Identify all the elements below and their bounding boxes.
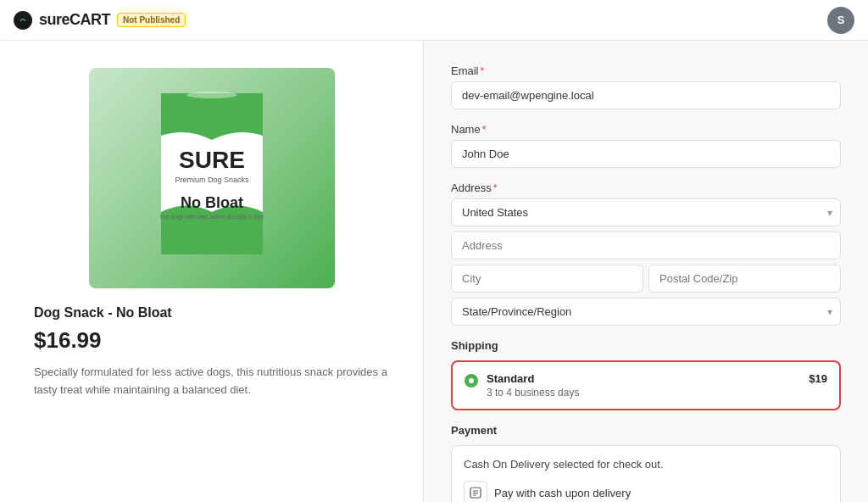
product-description: Specially formulated for less active dog… — [34, 364, 389, 399]
name-group: Name * — [451, 123, 841, 168]
payment-title: Payment — [451, 424, 841, 437]
svg-point-6 — [186, 92, 237, 98]
address-group: Address * United States Canada United Ki… — [451, 181, 841, 326]
city-input[interactable] — [451, 265, 643, 293]
country-select[interactable]: United States Canada United Kingdom — [451, 198, 841, 226]
svg-text:SURE: SURE — [179, 147, 245, 173]
address-label: Address * — [451, 181, 841, 194]
svg-text:Premium Dog Snacks: Premium Dog Snacks — [175, 176, 249, 184]
user-avatar[interactable]: S — [827, 7, 854, 34]
shipping-radio-inner — [469, 378, 474, 383]
shipping-title: Shipping — [451, 339, 841, 352]
city-postal-row — [451, 265, 841, 293]
product-bag-svg: SURE Premium Dog Snacks No Bloat For dog… — [144, 76, 280, 280]
address-required: * — [493, 182, 498, 194]
shipping-name: Standard — [487, 372, 800, 385]
payment-method: Pay with cash upon delivery — [464, 481, 828, 502]
logo-area: sureCART Not Published — [14, 11, 186, 30]
main-content: SURE Premium Dog Snacks No Bloat For dog… — [0, 41, 868, 502]
email-required: * — [481, 65, 485, 77]
shipping-days: 3 to 4 business days — [487, 387, 800, 399]
name-input[interactable] — [451, 140, 841, 168]
shipping-group: Shipping Standard 3 to 4 business days $… — [451, 339, 841, 410]
svg-text:For dogs with less active life: For dogs with less active lifestyle & di… — [160, 214, 264, 220]
payment-method-label: Pay with cash upon delivery — [494, 487, 631, 499]
shipping-option-standard[interactable]: Standard 3 to 4 business days $19 — [451, 360, 841, 410]
payment-box: Cash On Delivery selected for check out. — [451, 445, 841, 502]
address-fields: United States Canada United Kingdom ▾ — [451, 198, 841, 326]
email-group: Email * — [451, 64, 841, 109]
left-panel: SURE Premium Dog Snacks No Bloat For dog… — [0, 41, 424, 502]
state-select-wrapper: State/Province/Region Alabama Alaska Ari… — [451, 298, 841, 326]
svg-text:No Bloat: No Bloat — [181, 194, 243, 211]
email-input[interactable] — [451, 81, 841, 109]
svg-point-0 — [18, 15, 28, 25]
address-line-input[interactable] — [451, 231, 841, 259]
surecart-logo-icon — [14, 11, 32, 30]
product-name: Dog Snack - No Bloat — [34, 305, 389, 321]
postal-input[interactable] — [648, 265, 841, 293]
state-select[interactable]: State/Province/Region Alabama Alaska Ari… — [451, 298, 841, 326]
payment-group: Payment Cash On Delivery selected for ch… — [451, 424, 841, 502]
name-label: Name * — [451, 123, 841, 136]
right-panel: Email * Name * Address * — [424, 41, 868, 502]
logo-text: sureCART — [39, 11, 110, 29]
not-published-badge: Not Published — [117, 13, 186, 27]
shipping-price: $19 — [809, 372, 827, 385]
product-price: $16.99 — [34, 327, 389, 354]
shipping-info: Standard 3 to 4 business days — [487, 372, 800, 399]
payment-description: Cash On Delivery selected for check out. — [464, 458, 828, 471]
top-bar: sureCART Not Published S — [0, 0, 868, 41]
product-image-container: SURE Premium Dog Snacks No Bloat For dog… — [89, 68, 335, 288]
page-wrapper: sureCART Not Published S — [0, 0, 868, 502]
product-image: SURE Premium Dog Snacks No Bloat For dog… — [89, 68, 335, 288]
cash-delivery-icon — [464, 481, 487, 502]
email-label: Email * — [451, 64, 841, 77]
shipping-radio-selected-icon — [465, 374, 478, 388]
name-required: * — [482, 124, 487, 136]
country-select-wrapper: United States Canada United Kingdom ▾ — [451, 198, 841, 226]
